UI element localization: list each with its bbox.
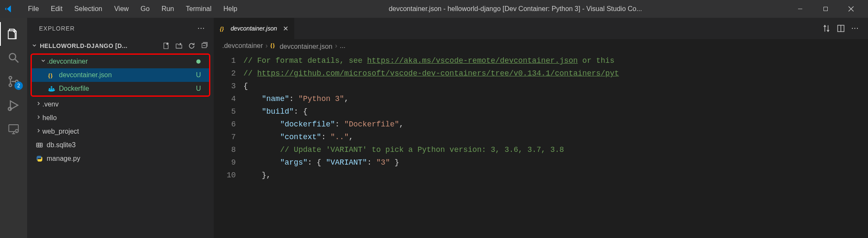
collapse-all-icon[interactable] (199, 41, 209, 51)
tree-item-label: .devcontainer (47, 58, 195, 65)
json-icon: {} (47, 71, 56, 79)
new-file-icon[interactable] (161, 41, 171, 51)
code-line[interactable]: "args": { "VARIANT": "3" } (243, 156, 868, 169)
svg-text:{}: {} (270, 42, 275, 49)
json-icon: {} (220, 25, 227, 32)
breadcrumb-segment[interactable]: .devcontainer (222, 42, 263, 50)
chevron-down-icon (39, 58, 47, 65)
line-number: 7 (214, 131, 236, 143)
menu-help[interactable]: Help (218, 3, 243, 15)
file-devcontainer-json[interactable]: {}devcontainer.jsonU (32, 68, 209, 82)
tree-item-label: devcontainer.json (59, 71, 195, 79)
svg-text:{}: {} (220, 25, 224, 32)
activity-remote[interactable] (0, 117, 27, 141)
editor-more-icon[interactable]: ··· (850, 23, 860, 34)
python-icon (35, 155, 44, 162)
compare-changes-icon[interactable] (821, 23, 832, 34)
titlebar: FileEditSelectionViewGoRunTerminalHelp d… (0, 0, 868, 18)
svg-rect-1 (824, 7, 828, 11)
line-number-gutter: 12345678910 (214, 53, 243, 238)
chevron-right-icon (35, 128, 42, 135)
file-Dockerfile[interactable]: DockerfileU (32, 82, 209, 95)
menu-go[interactable]: Go (135, 3, 156, 15)
menu-run[interactable]: Run (156, 3, 180, 15)
vscode-logo-icon (4, 4, 14, 14)
menu-terminal[interactable]: Terminal (180, 3, 217, 15)
folder-web_project[interactable]: web_project (27, 125, 214, 138)
code-line[interactable]: "name": "Python 3", (243, 92, 868, 105)
git-status-badge (195, 58, 202, 65)
code-line[interactable]: "build": { (243, 105, 868, 118)
line-number: 9 (214, 156, 236, 169)
tab-bar: {} devcontainer.json ✕ ··· (214, 18, 868, 39)
svg-rect-11 (49, 88, 50, 90)
chevron-right-icon (35, 101, 42, 108)
code-area[interactable]: 12345678910 // For format details, see h… (214, 53, 868, 238)
line-number: 3 (214, 80, 236, 92)
activity-search[interactable] (0, 46, 27, 70)
breadcrumbs[interactable]: .devcontainer›{}devcontainer.json›... (214, 39, 868, 53)
chevron-right-icon (35, 114, 42, 122)
sidebar-more-icon[interactable]: ··· (198, 25, 205, 32)
close-button[interactable] (838, 0, 864, 18)
refresh-icon[interactable] (187, 41, 197, 51)
svg-rect-0 (798, 9, 802, 9)
maximize-button[interactable] (813, 0, 838, 18)
line-number: 6 (214, 118, 236, 131)
split-editor-icon[interactable] (836, 23, 846, 34)
activity-run-debug[interactable] (0, 93, 27, 117)
menu-edit[interactable]: Edit (45, 3, 69, 15)
folder-hello[interactable]: hello (27, 111, 214, 125)
menu-view[interactable]: View (108, 3, 134, 15)
tab-devcontainer-json[interactable]: {} devcontainer.json ✕ (214, 18, 295, 39)
activity-source-control[interactable]: 2 (0, 70, 27, 93)
tree-item-label: Dockerfile (59, 85, 195, 92)
scm-badge: 2 (14, 81, 23, 90)
svg-rect-14 (53, 88, 54, 90)
chevron-down-icon (31, 42, 37, 50)
code-line[interactable]: { (243, 80, 868, 92)
folder-devcontainer[interactable]: .devcontainer (32, 55, 209, 68)
file-db-sqlite3[interactable]: db.sqlite3 (27, 138, 214, 152)
chevron-right-icon: › (265, 42, 268, 50)
chevron-right-icon: › (335, 42, 337, 50)
breadcrumb-segment[interactable]: {}devcontainer.json (270, 41, 332, 50)
activity-explorer[interactable] (0, 22, 27, 46)
docker-icon (47, 85, 56, 92)
code-line[interactable]: "dockerfile": "Dockerfile", (243, 118, 868, 131)
breadcrumb-segment[interactable]: ... (340, 42, 345, 50)
minimize-button[interactable] (787, 0, 813, 18)
code-line[interactable]: // Update 'VARIANT' to pick a Python ver… (243, 143, 868, 156)
git-status-badge: U (195, 71, 202, 79)
code-line[interactable]: "context": "..", (243, 131, 868, 143)
sidebar-title: EXPLORER (39, 25, 75, 32)
new-folder-icon[interactable] (174, 41, 184, 51)
svg-text:{}: {} (48, 72, 53, 79)
line-number: 8 (214, 143, 236, 156)
folder-venv[interactable]: .venv (27, 98, 214, 111)
code-line[interactable]: // For format details, see https://aka.m… (243, 54, 868, 67)
line-number: 2 (214, 67, 236, 80)
section-title: HELLOWORLD-DJANGO [D... (40, 42, 161, 49)
editor-area: {} devcontainer.json ✕ ··· .devcontainer… (214, 18, 868, 238)
menu-file[interactable]: File (22, 3, 45, 15)
line-number: 10 (214, 169, 236, 182)
file-manage-py[interactable]: manage.py (27, 152, 214, 165)
svg-rect-13 (51, 86, 52, 87)
editor-actions: ··· (814, 18, 868, 39)
sidebar: EXPLORER ··· HELLOWORLD-DJANGO [D... (27, 18, 214, 238)
code-line[interactable]: }, (243, 169, 868, 182)
window-controls (787, 0, 864, 18)
menu-selection[interactable]: Selection (68, 3, 108, 15)
svg-point-3 (9, 76, 11, 79)
explorer-section-header[interactable]: HELLOWORLD-DJANGO [D... (27, 39, 214, 53)
json-icon: {} (270, 43, 278, 50)
menu-bar: FileEditSelectionViewGoRunTerminalHelp (22, 3, 243, 15)
code-content[interactable]: // For format details, see https://aka.m… (243, 53, 868, 238)
svg-point-4 (9, 84, 11, 87)
tree-item-label: hello (42, 114, 207, 122)
svg-point-2 (9, 53, 16, 60)
tab-close-icon[interactable]: ✕ (283, 25, 288, 33)
code-line[interactable]: // https://github.com/microsoft/vscode-d… (243, 67, 868, 80)
line-number: 5 (214, 105, 236, 118)
